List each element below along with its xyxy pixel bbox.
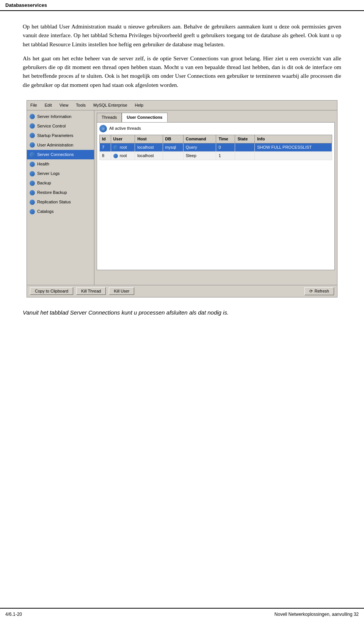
sidebar-label-service-control: Service Control bbox=[37, 123, 66, 129]
app-body: Server Information Service Control Start… bbox=[27, 110, 337, 285]
tab-bar: Threads User Connections bbox=[97, 113, 335, 122]
screenshot-window: File Edit View Tools MySQL Enterprise He… bbox=[27, 100, 337, 297]
kill-user-button[interactable]: Kill User bbox=[109, 287, 134, 295]
copy-to-clipboard-button[interactable]: Copy to Clipboard bbox=[30, 287, 73, 295]
tab-content: i All active threads Id User Host bbox=[97, 122, 335, 270]
sidebar-item-user-administration[interactable]: User Administration bbox=[27, 140, 94, 150]
server-connections-icon bbox=[29, 152, 35, 158]
toolbar-row: i All active threads bbox=[99, 125, 332, 132]
menu-tools[interactable]: Tools bbox=[74, 101, 88, 109]
sidebar: Server Information Service Control Start… bbox=[27, 110, 94, 285]
sidebar-label-replication-status: Replication Status bbox=[37, 199, 71, 205]
svg-text:i: i bbox=[103, 127, 104, 131]
catalogs-icon bbox=[29, 209, 35, 215]
menu-mysql-enterprise[interactable]: MySQL Enterprise bbox=[91, 101, 129, 109]
menu-bar: File Edit View Tools MySQL Enterprise He… bbox=[27, 101, 337, 110]
content-area: Op het tabblad User Administration maakt… bbox=[0, 11, 364, 334]
col-id: Id bbox=[100, 135, 111, 143]
toolbar-label: All active threads bbox=[109, 125, 141, 132]
sidebar-item-catalogs[interactable]: Catalogs bbox=[27, 207, 94, 216]
sidebar-item-startup-parameters[interactable]: Startup Parameters bbox=[27, 131, 94, 140]
sidebar-item-server-connections[interactable]: Server Connections bbox=[27, 150, 94, 159]
service-control-icon bbox=[29, 123, 35, 129]
user-row-icon bbox=[113, 154, 118, 158]
sidebar-label-user-administration: User Administration bbox=[37, 142, 73, 148]
page-header: Databaseservices bbox=[0, 0, 364, 11]
sidebar-label-catalogs: Catalogs bbox=[37, 208, 53, 215]
footer-left: 4/6.1-20 bbox=[5, 612, 22, 617]
sidebar-item-backup[interactable]: Backup bbox=[27, 178, 94, 188]
sidebar-item-health[interactable]: Health bbox=[27, 159, 94, 169]
backup-icon bbox=[29, 180, 35, 186]
sidebar-item-service-control[interactable]: Service Control bbox=[27, 121, 94, 131]
table-row[interactable]: 8 rootlocalhostSleep1 bbox=[100, 151, 332, 160]
sidebar-label-restore-backup: Restore Backup bbox=[37, 189, 67, 196]
menu-help[interactable]: Help bbox=[133, 101, 146, 109]
restore-backup-icon bbox=[29, 190, 35, 196]
header-title: Databaseservices bbox=[5, 2, 47, 8]
kill-thread-button[interactable]: Kill Thread bbox=[76, 287, 106, 295]
menu-view[interactable]: View bbox=[58, 101, 71, 109]
menu-edit[interactable]: Edit bbox=[43, 101, 54, 109]
tab-user-connections[interactable]: User Connections bbox=[122, 113, 167, 122]
col-time: Time bbox=[216, 135, 235, 143]
refresh-icon: ⟳ bbox=[309, 289, 313, 294]
sidebar-label-server-logs: Server Logs bbox=[37, 170, 60, 177]
sidebar-label-startup-parameters: Startup Parameters bbox=[37, 132, 73, 139]
user-row-icon bbox=[113, 145, 118, 150]
sidebar-label-health: Health bbox=[37, 161, 49, 167]
col-db: DB bbox=[163, 135, 183, 143]
sidebar-label-server-information: Server Information bbox=[37, 113, 71, 120]
refresh-button[interactable]: ⟳ Refresh bbox=[304, 287, 334, 295]
col-state: State bbox=[235, 135, 255, 143]
sidebar-label-backup: Backup bbox=[37, 180, 51, 186]
menu-file[interactable]: File bbox=[28, 101, 39, 109]
main-panel: Threads User Connections i bbox=[94, 110, 337, 285]
tab-threads[interactable]: Threads bbox=[97, 113, 122, 122]
server-information-icon bbox=[29, 113, 35, 120]
paragraph-1: Op het tabblad User Administration maakt… bbox=[23, 22, 341, 49]
page-footer: 4/6.1-20 Novell Netwerkoplossingen, aanv… bbox=[0, 608, 364, 620]
col-info: Info bbox=[255, 135, 332, 143]
sidebar-item-replication-status[interactable]: Replication Status bbox=[27, 197, 94, 207]
table-row[interactable]: 7 rootlocalhostmysqlQuery0SHOW FULL PROC… bbox=[100, 143, 332, 151]
col-host: Host bbox=[135, 135, 163, 143]
startup-parameters-icon bbox=[29, 132, 35, 138]
col-user: User bbox=[111, 135, 135, 143]
sidebar-item-restore-backup[interactable]: Restore Backup bbox=[27, 188, 94, 197]
paragraph-2: Als het gaat om het echte beheer van de … bbox=[23, 54, 341, 90]
footer-right: Novell Netwerkoplossingen, aanvulling 32 bbox=[275, 612, 359, 617]
server-logs-icon bbox=[29, 171, 35, 177]
threads-table: Id User Host DB Command Time State Info bbox=[99, 135, 332, 160]
bottom-bar: Copy to Clipboard Kill Thread Kill User … bbox=[27, 285, 337, 297]
replication-status-icon bbox=[29, 199, 35, 205]
sidebar-label-server-connections: Server Connections bbox=[37, 151, 74, 158]
sidebar-item-server-information[interactable]: Server Information bbox=[27, 112, 94, 121]
user-administration-icon bbox=[29, 142, 35, 148]
caption: Vanuit het tabblad Server Connections ku… bbox=[23, 308, 341, 317]
sidebar-item-server-logs[interactable]: Server Logs bbox=[27, 169, 94, 178]
col-command: Command bbox=[183, 135, 216, 143]
active-threads-icon: i bbox=[99, 125, 107, 132]
health-icon bbox=[29, 161, 35, 167]
